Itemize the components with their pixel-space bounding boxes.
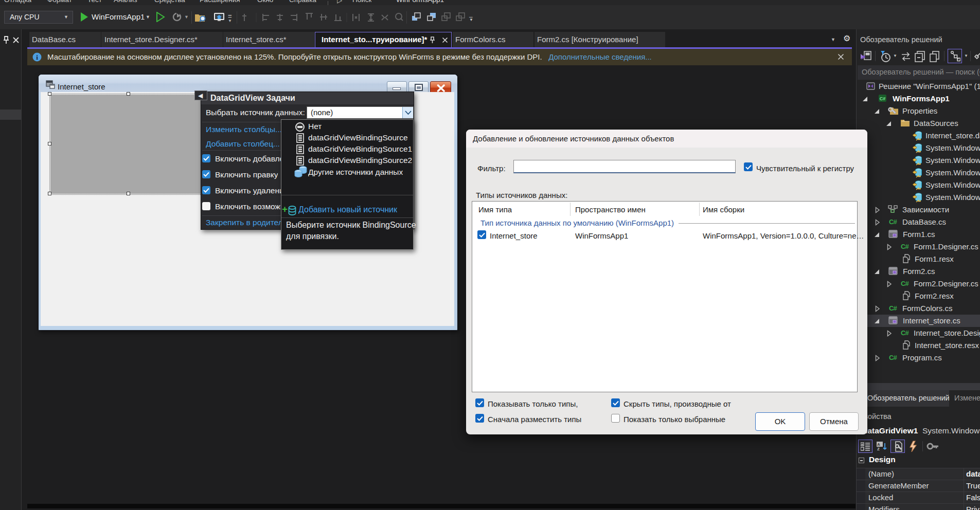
svg-text:C#: C# (880, 96, 886, 101)
svg-text:i: i (36, 53, 38, 61)
svg-text:Z: Z (877, 447, 880, 451)
svg-text:A: A (877, 442, 880, 447)
